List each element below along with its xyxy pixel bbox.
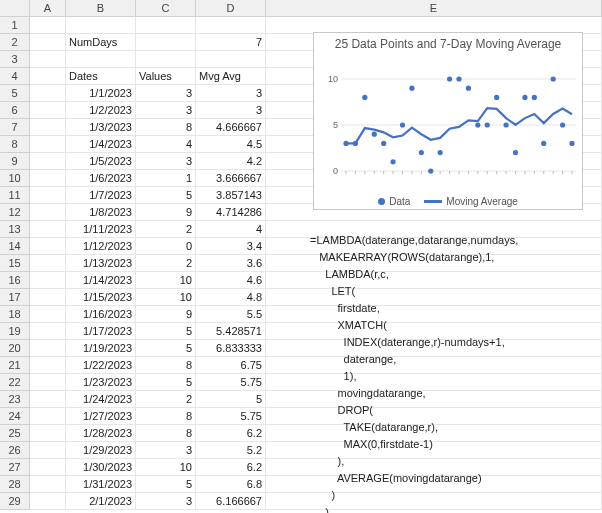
cell-A10[interactable] bbox=[30, 170, 66, 187]
cell-D23[interactable]: 5 bbox=[196, 391, 266, 408]
cell-B27[interactable]: 1/30/2023 bbox=[66, 459, 136, 476]
cell-D27[interactable]: 6.2 bbox=[196, 459, 266, 476]
cell-D14[interactable]: 3.4 bbox=[196, 238, 266, 255]
cell-C25[interactable]: 8 bbox=[136, 425, 196, 442]
row-header-4[interactable]: 4 bbox=[0, 68, 30, 85]
cell-D10[interactable]: 3.666667 bbox=[196, 170, 266, 187]
cell-D21[interactable]: 6.75 bbox=[196, 357, 266, 374]
row-header-14[interactable]: 14 bbox=[0, 238, 30, 255]
cell-D12[interactable]: 4.714286 bbox=[196, 204, 266, 221]
row-header-5[interactable]: 5 bbox=[0, 85, 30, 102]
cell-B17[interactable]: 1/15/2023 bbox=[66, 289, 136, 306]
row-header-21[interactable]: 21 bbox=[0, 357, 30, 374]
row-header-9[interactable]: 9 bbox=[0, 153, 30, 170]
cell-D8[interactable]: 4.5 bbox=[196, 136, 266, 153]
cell-D19[interactable]: 5.428571 bbox=[196, 323, 266, 340]
row-header-3[interactable]: 3 bbox=[0, 51, 30, 68]
cell-D11[interactable]: 3.857143 bbox=[196, 187, 266, 204]
cell-D29[interactable]: 6.166667 bbox=[196, 493, 266, 510]
cell-C8[interactable]: 4 bbox=[136, 136, 196, 153]
cell-C6[interactable]: 3 bbox=[136, 102, 196, 119]
cell-D25[interactable]: 6.2 bbox=[196, 425, 266, 442]
cell-D26[interactable]: 5.2 bbox=[196, 442, 266, 459]
cell-B8[interactable]: 1/4/2023 bbox=[66, 136, 136, 153]
row-header-6[interactable]: 6 bbox=[0, 102, 30, 119]
row-header-12[interactable]: 12 bbox=[0, 204, 30, 221]
cell-A3[interactable] bbox=[30, 51, 66, 68]
row-header-17[interactable]: 17 bbox=[0, 289, 30, 306]
cell-C28[interactable]: 5 bbox=[136, 476, 196, 493]
cell-D6[interactable]: 3 bbox=[196, 102, 266, 119]
cell-C29[interactable]: 3 bbox=[136, 493, 196, 510]
cell-A5[interactable] bbox=[30, 85, 66, 102]
cell-B28[interactable]: 1/31/2023 bbox=[66, 476, 136, 493]
cell-D28[interactable]: 6.8 bbox=[196, 476, 266, 493]
cell-C26[interactable]: 3 bbox=[136, 442, 196, 459]
cell-C17[interactable]: 10 bbox=[136, 289, 196, 306]
cell-A24[interactable] bbox=[30, 408, 66, 425]
col-header-A[interactable]: A bbox=[30, 0, 66, 17]
cell-D3[interactable] bbox=[196, 51, 266, 68]
cell-C22[interactable]: 5 bbox=[136, 374, 196, 391]
cell-D20[interactable]: 6.833333 bbox=[196, 340, 266, 357]
cell-A28[interactable] bbox=[30, 476, 66, 493]
cell-B11[interactable]: 1/7/2023 bbox=[66, 187, 136, 204]
cell-D5[interactable]: 3 bbox=[196, 85, 266, 102]
cell-B13[interactable]: 1/11/2023 bbox=[66, 221, 136, 238]
cell-B21[interactable]: 1/22/2023 bbox=[66, 357, 136, 374]
col-header-C[interactable]: C bbox=[136, 0, 196, 17]
cell-C4[interactable]: Values bbox=[136, 68, 196, 85]
cell-B23[interactable]: 1/24/2023 bbox=[66, 391, 136, 408]
row-header-23[interactable]: 23 bbox=[0, 391, 30, 408]
cell-B18[interactable]: 1/16/2023 bbox=[66, 306, 136, 323]
cell-A13[interactable] bbox=[30, 221, 66, 238]
cell-B10[interactable]: 1/6/2023 bbox=[66, 170, 136, 187]
cell-C13[interactable]: 2 bbox=[136, 221, 196, 238]
row-header-10[interactable]: 10 bbox=[0, 170, 30, 187]
cell-D22[interactable]: 5.75 bbox=[196, 374, 266, 391]
cell-D1[interactable] bbox=[196, 17, 266, 34]
cell-B22[interactable]: 1/23/2023 bbox=[66, 374, 136, 391]
cell-C18[interactable]: 9 bbox=[136, 306, 196, 323]
cell-A1[interactable] bbox=[30, 17, 66, 34]
row-header-15[interactable]: 15 bbox=[0, 255, 30, 272]
cell-C3[interactable] bbox=[136, 51, 196, 68]
cell-B4[interactable]: Dates bbox=[66, 68, 136, 85]
row-header-24[interactable]: 24 bbox=[0, 408, 30, 425]
cell-A29[interactable] bbox=[30, 493, 66, 510]
cell-C23[interactable]: 2 bbox=[136, 391, 196, 408]
cell-B1[interactable] bbox=[66, 17, 136, 34]
cell-B15[interactable]: 1/13/2023 bbox=[66, 255, 136, 272]
cell-D9[interactable]: 4.2 bbox=[196, 153, 266, 170]
col-header-E[interactable]: E bbox=[266, 0, 602, 17]
cell-C15[interactable]: 2 bbox=[136, 255, 196, 272]
cell-B2[interactable]: NumDays bbox=[66, 34, 136, 51]
cell-A16[interactable] bbox=[30, 272, 66, 289]
cell-B16[interactable]: 1/14/2023 bbox=[66, 272, 136, 289]
cell-C24[interactable]: 8 bbox=[136, 408, 196, 425]
cell-D16[interactable]: 4.6 bbox=[196, 272, 266, 289]
cell-C12[interactable]: 9 bbox=[136, 204, 196, 221]
cell-D7[interactable]: 4.666667 bbox=[196, 119, 266, 136]
col-header-D[interactable]: D bbox=[196, 0, 266, 17]
cell-C7[interactable]: 8 bbox=[136, 119, 196, 136]
cell-D24[interactable]: 5.75 bbox=[196, 408, 266, 425]
cell-C19[interactable]: 5 bbox=[136, 323, 196, 340]
cell-B5[interactable]: 1/1/2023 bbox=[66, 85, 136, 102]
cell-B3[interactable] bbox=[66, 51, 136, 68]
cell-C14[interactable]: 0 bbox=[136, 238, 196, 255]
cell-C20[interactable]: 5 bbox=[136, 340, 196, 357]
cell-A14[interactable] bbox=[30, 238, 66, 255]
cell-D15[interactable]: 3.6 bbox=[196, 255, 266, 272]
cell-B7[interactable]: 1/3/2023 bbox=[66, 119, 136, 136]
row-header-20[interactable]: 20 bbox=[0, 340, 30, 357]
row-header-1[interactable]: 1 bbox=[0, 17, 30, 34]
cell-A25[interactable] bbox=[30, 425, 66, 442]
cell-A21[interactable] bbox=[30, 357, 66, 374]
cell-B20[interactable]: 1/19/2023 bbox=[66, 340, 136, 357]
cell-A27[interactable] bbox=[30, 459, 66, 476]
row-header-29[interactable]: 29 bbox=[0, 493, 30, 510]
cell-A6[interactable] bbox=[30, 102, 66, 119]
cell-C16[interactable]: 10 bbox=[136, 272, 196, 289]
cell-D4[interactable]: Mvg Avg bbox=[196, 68, 266, 85]
